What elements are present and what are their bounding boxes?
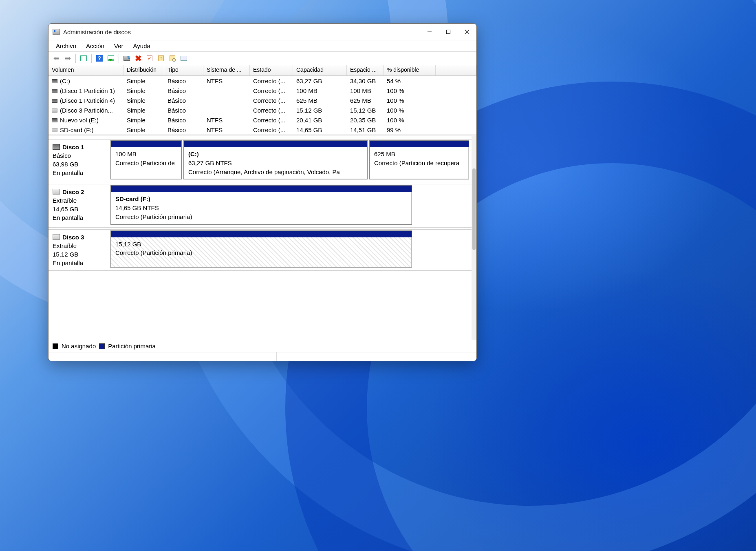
svg-rect-1 <box>447 30 450 34</box>
disk-title: Disco 1 <box>62 144 84 150</box>
partition[interactable]: 15,12 GB Correcto (Partición primaria) <box>110 230 412 268</box>
table-row[interactable]: SD-card (F:)SimpleBásicoNTFSCorrecto (..… <box>48 125 476 135</box>
vertical-scrollbar[interactable] <box>472 136 476 340</box>
menu-file[interactable]: Archivo <box>52 42 80 50</box>
partition[interactable]: SD-card (F:) 14,65 GB NTFS Correcto (Par… <box>110 185 412 224</box>
volume-type: Básico <box>164 97 203 104</box>
col-status[interactable]: Estado <box>250 65 293 75</box>
volume-free: 625 MB <box>347 97 384 104</box>
volume-fs <box>203 90 250 91</box>
disk-icon <box>53 144 60 150</box>
volume-status: Correcto (... <box>250 77 293 85</box>
partition-status: Correcto (Partición primaria) <box>115 212 407 221</box>
partition-header <box>111 141 181 147</box>
volume-pct: 100 % <box>384 106 436 114</box>
partition-header <box>111 231 412 237</box>
delete-button[interactable]: ✖ <box>133 53 143 64</box>
show-hide-tree-button[interactable] <box>78 53 89 64</box>
col-pct[interactable]: % disponible <box>384 65 436 75</box>
check-icon: ✓ <box>147 55 152 61</box>
disk-size: 14,65 GB <box>53 205 106 213</box>
back-button[interactable]: ⬅ <box>51 53 62 64</box>
arrow-left-icon: ⬅ <box>53 54 60 63</box>
table-row[interactable]: (Disco 3 Partición...SimpleBásicoCorrect… <box>48 105 476 115</box>
col-layout[interactable]: Distribución <box>123 65 164 75</box>
partition-size: 100 MB <box>115 150 177 159</box>
up-arrow-icon: ↑ <box>158 55 164 61</box>
find-button[interactable] <box>167 53 178 64</box>
table-row[interactable]: Nuevo vol (E:)SimpleBásicoNTFSCorrecto (… <box>48 115 476 125</box>
col-spacer[interactable] <box>436 65 476 75</box>
col-type[interactable]: Tipo <box>164 65 203 75</box>
col-free[interactable]: Espacio ... <box>347 65 384 75</box>
table-row[interactable]: (Disco 1 Partición 4)SimpleBásicoCorrect… <box>48 95 476 105</box>
volume-fs <box>203 110 250 111</box>
statusbar <box>48 352 476 361</box>
col-capacity[interactable]: Capacidad <box>293 65 347 75</box>
close-button[interactable] <box>458 24 476 40</box>
partition-size: 63,27 GB NTFS <box>188 159 363 168</box>
arrow-right-icon: ➡ <box>65 54 71 63</box>
table-row[interactable]: (Disco 1 Partición 1)SimpleBásicoCorrect… <box>48 86 476 95</box>
legend-swatch-unallocated <box>53 343 58 349</box>
volume-status: Correcto (... <box>250 87 293 95</box>
toolbar: ⬅ ➡ ? ↻ ✖ ✓ ↑ <box>48 51 476 65</box>
partition-status: Correcto (Partición de recupera <box>374 159 464 168</box>
list-icon <box>108 55 114 61</box>
search-icon <box>170 55 175 61</box>
volume-free: 14,51 GB <box>347 126 384 134</box>
volume-free: 20,35 GB <box>347 116 384 124</box>
menu-help[interactable]: Ayuda <box>129 42 154 50</box>
menu-view[interactable]: Ver <box>110 42 128 50</box>
menu-action[interactable]: Acción <box>82 42 108 50</box>
disk-management-window: Administración de discos Archivo Acción … <box>48 23 477 361</box>
forward-button[interactable]: ➡ <box>62 53 73 64</box>
disk-row-3[interactable]: Disco 3 Extraíble 15,12 GB En pantalla 1… <box>48 229 472 271</box>
partition-size: 625 MB <box>374 150 464 159</box>
disk-state: En pantalla <box>53 259 106 267</box>
refresh-button[interactable]: ↻ <box>121 53 132 64</box>
settings-button[interactable] <box>179 53 189 64</box>
volume-status: Correcto (... <box>250 106 293 114</box>
col-fs[interactable]: Sistema de ... <box>203 65 250 75</box>
volume-capacity: 20,41 GB <box>293 116 347 124</box>
table-row[interactable]: (C:)SimpleBásicoNTFSCorrecto (...63,27 G… <box>48 76 476 86</box>
volume-capacity: 100 MB <box>293 87 347 95</box>
menubar: Archivo Acción Ver Ayuda <box>48 40 476 51</box>
partition-header <box>184 141 367 147</box>
partition[interactable]: 625 MB Correcto (Partición de recupera <box>369 140 469 179</box>
volume-type: Básico <box>164 106 203 114</box>
volume-status: Correcto (... <box>250 116 293 124</box>
scrollbar-thumb[interactable] <box>472 168 476 250</box>
volume-name: (Disco 1 Partición 4) <box>60 97 115 104</box>
legend-swatch-primary <box>99 343 105 349</box>
action-list-button[interactable] <box>106 53 116 64</box>
volume-icon <box>52 118 57 122</box>
minimize-button[interactable] <box>420 24 439 40</box>
maximize-button[interactable] <box>439 24 458 40</box>
partition[interactable]: (C:) 63,27 GB NTFS Correcto (Arranque, A… <box>183 140 368 179</box>
disk-title: Disco 3 <box>62 234 84 241</box>
properties-button[interactable]: ✓ <box>144 53 155 64</box>
volume-capacity: 63,27 GB <box>293 77 347 85</box>
partition[interactable]: 100 MB Correcto (Partición de <box>110 140 182 179</box>
volume-capacity: 15,12 GB <box>293 106 347 114</box>
volume-fs: NTFS <box>203 126 250 134</box>
titlebar[interactable]: Administración de discos <box>48 24 476 40</box>
volume-free: 15,12 GB <box>347 106 384 114</box>
refresh-icon: ↻ <box>123 56 130 61</box>
help-button[interactable]: ? <box>94 53 105 64</box>
disk-icon <box>53 234 60 240</box>
disk-row-1[interactable]: Disco 1 Básico 63,98 GB En pantalla 100 … <box>48 139 472 182</box>
volume-capacity: 625 MB <box>293 97 347 104</box>
volume-fs <box>203 100 250 101</box>
disk-state: En pantalla <box>53 168 106 177</box>
table-header-row: Volumen Distribución Tipo Sistema de ...… <box>48 65 476 76</box>
volume-name: (Disco 3 Partición... <box>60 107 113 114</box>
col-volume[interactable]: Volumen <box>48 65 123 75</box>
up-button[interactable]: ↑ <box>156 53 166 64</box>
volume-type: Básico <box>164 77 203 85</box>
disk-row-2[interactable]: Disco 2 Extraíble 14,65 GB En pantalla S… <box>48 184 472 227</box>
app-icon <box>53 29 60 35</box>
help-icon: ? <box>96 55 103 62</box>
